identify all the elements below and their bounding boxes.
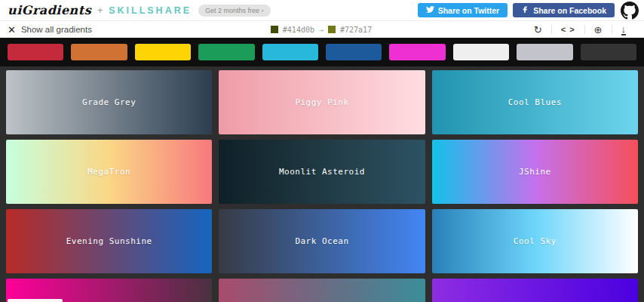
gradient-card[interactable]: Cool Blues <box>432 70 638 134</box>
gradient-card[interactable]: Moonlit Asteroid <box>219 140 425 204</box>
from-color-chip <box>271 26 278 33</box>
gradient-card[interactable]: Cool Sky <box>432 209 638 273</box>
gradient-card[interactable]: Grade Grey <box>6 70 212 134</box>
color-filter-bar <box>0 38 644 66</box>
color-filter-swatch-red[interactable] <box>8 44 63 60</box>
gradient-name: Cool Blues <box>508 97 562 107</box>
header: uiGradients + SKILLSHARE Get 2 months fr… <box>0 0 644 21</box>
get-css-code-icon[interactable]: < > <box>552 26 584 34</box>
gradient-name: Piggy Pink <box>295 97 348 107</box>
color-filter-swatch-gray[interactable] <box>517 44 572 60</box>
twitter-icon <box>426 5 434 15</box>
hex-codes: #414d0b → #727a17 <box>271 26 372 34</box>
header-actions: Share on Twitter Share on Facebook <box>418 1 639 20</box>
gradient-card[interactable] <box>432 279 638 302</box>
color-filter-swatch-white[interactable] <box>453 44 509 60</box>
gradient-name: JShine <box>519 167 551 177</box>
color-filter-swatch-blue[interactable] <box>326 44 382 60</box>
promo-badge[interactable]: Get 2 months free › <box>198 5 271 17</box>
color-filter-swatch-cyan[interactable] <box>262 44 318 60</box>
toolbar: ✕ Show all gradients #414d0b → #727a17 ↻… <box>0 21 644 38</box>
color-filter-swatch-green[interactable] <box>198 44 254 60</box>
gradient-name: MegaTron <box>87 167 130 177</box>
share-twitter-label: Share on Twitter <box>438 6 499 15</box>
gradient-card[interactable]: Piggy Pink <box>219 70 425 134</box>
gradient-card[interactable]: Evening Sunshine <box>6 209 212 273</box>
download-icon[interactable]: ↓ <box>612 24 636 35</box>
gradient-name: Evening Sunshine <box>66 236 152 246</box>
gradient-card[interactable]: MegaTron <box>6 140 212 204</box>
rotate-gradient-icon[interactable]: ↻ <box>525 25 551 35</box>
arrow-icon: → <box>319 26 324 34</box>
skillshare-logo[interactable]: SKILLSHARE <box>109 5 192 16</box>
uigradients-logo[interactable]: uiGradients <box>8 3 91 17</box>
color-filter-swatch-magenta[interactable] <box>389 44 445 60</box>
color-filter-swatch-yellow[interactable] <box>135 44 191 60</box>
gradient-name: Cool Sky <box>514 236 557 246</box>
gradient-card[interactable]: JShine <box>432 140 638 204</box>
toolbar-actions: ↻ < > ⊕ ↓ <box>372 24 635 35</box>
gradient-name: Dark Ocean <box>295 236 348 246</box>
gradient-name: Grade Grey <box>82 97 136 107</box>
gradient-grid: Grade Grey Piggy Pink Cool Blues MegaTro… <box>0 66 644 302</box>
to-color-chip <box>328 26 336 33</box>
to-hex-label: #727a17 <box>340 26 372 34</box>
color-filter-swatch-orange[interactable] <box>71 44 127 60</box>
facebook-icon <box>521 5 529 15</box>
add-gradient-icon[interactable]: ⊕ <box>585 25 612 35</box>
share-facebook-button[interactable]: Share on Facebook <box>513 3 615 17</box>
color-filter-swatch-black[interactable] <box>581 44 636 60</box>
gradient-card[interactable]: Dark Ocean <box>219 209 425 273</box>
partial-tooltip <box>8 299 63 302</box>
share-facebook-label: Share on Facebook <box>533 6 606 15</box>
close-icon[interactable]: ✕ <box>8 25 16 35</box>
gradient-card[interactable] <box>219 279 425 302</box>
github-icon[interactable] <box>620 1 639 20</box>
gradient-name: Moonlit Asteroid <box>279 167 365 177</box>
from-hex-label: #414d0b <box>283 26 314 34</box>
plus-separator: + <box>97 5 103 16</box>
share-twitter-button[interactable]: Share on Twitter <box>418 3 508 17</box>
show-all-gradients[interactable]: ✕ Show all gradients <box>8 25 271 35</box>
show-all-label[interactable]: Show all gradients <box>21 25 92 34</box>
